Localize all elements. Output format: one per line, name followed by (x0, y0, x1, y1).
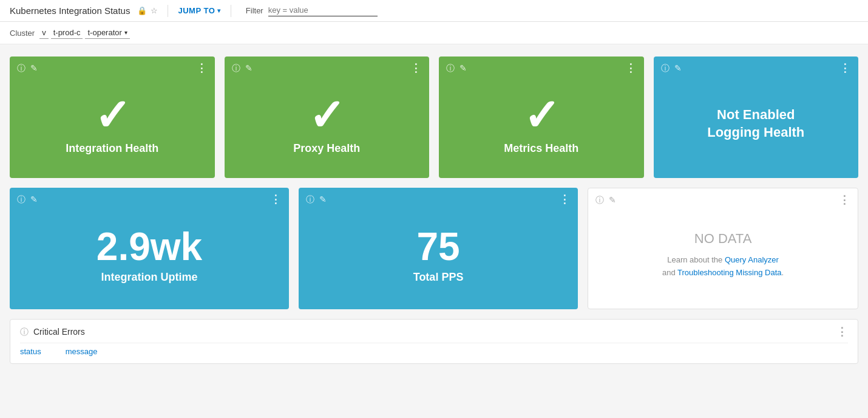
info-icon[interactable]: ⓘ (17, 195, 25, 204)
info-icon[interactable]: ⓘ (232, 64, 240, 72)
card-integration-health: ⓘ ✎ ⋮ ✓ Integration Health (10, 57, 215, 178)
header-divider-2 (231, 5, 231, 17)
more-icon[interactable]: ⋮ (410, 65, 422, 72)
filter-input[interactable] (268, 5, 378, 16)
edit-icon[interactable]: ✎ (674, 64, 682, 72)
pps-value: 75 (416, 227, 459, 266)
cluster-select-3[interactable]: t-operator ▾ (85, 27, 129, 39)
more-icon[interactable]: ⋮ (270, 196, 282, 203)
card-icons-row: ⓘ ✎ ⋮ (661, 64, 852, 72)
cards-row-1: ⓘ ✎ ⋮ ✓ Integration Health ⓘ ✎ ⋮ ✓ Pr (10, 57, 858, 178)
edit-icon[interactable]: ✎ (459, 64, 467, 72)
uptime-value: 2.9wk (97, 227, 202, 266)
more-icon[interactable]: ⋮ (839, 197, 850, 204)
query-analyzer-link[interactable]: Query Analyzer (725, 255, 779, 264)
no-data-text: Learn about the Query Analyzer and Troub… (662, 254, 784, 279)
card-title: Integration Uptime (101, 271, 198, 284)
card-proxy-health: ⓘ ✎ ⋮ ✓ Proxy Health (225, 57, 430, 178)
troubleshooting-link[interactable]: Troubleshooting Missing Data (677, 268, 782, 277)
card-icons-row: ⓘ ✎ ⋮ (306, 195, 571, 204)
card-body: 75 Total PPS (306, 208, 571, 302)
more-icon[interactable]: ⋮ (196, 65, 208, 72)
card-left-icons: ⓘ ✎ (17, 64, 38, 72)
main-content: ⓘ ✎ ⋮ ✓ Integration Health ⓘ ✎ ⋮ ✓ Pr (0, 44, 868, 376)
card-icons-row: ⓘ ✎ ⋮ (17, 64, 208, 72)
card-icons-row: ⓘ ✎ ⋮ (17, 195, 282, 204)
header-divider (168, 5, 168, 17)
card-left-icons: ⓘ ✎ (661, 64, 682, 72)
edit-icon[interactable]: ✎ (30, 64, 38, 72)
title-text: Kubernetes Integration Status (10, 5, 130, 16)
header-icons: 🔒 ☆ (137, 6, 158, 15)
edit-icon[interactable]: ✎ (30, 195, 38, 204)
card-left-icons: ⓘ ✎ (232, 64, 253, 72)
jump-to-label: JUMP TO (178, 6, 215, 15)
info-icon[interactable]: ⓘ (661, 64, 670, 72)
card-body: NO DATA Learn about the Query Analyzer a… (595, 209, 850, 301)
col-status[interactable]: status (20, 347, 41, 356)
critical-errors-info-icon[interactable]: ⓘ (20, 327, 29, 336)
cluster-row: Cluster v t-prod-c t-operator ▾ (0, 22, 868, 44)
bottom-panel: ⓘ Critical Errors ⋮ status message (10, 319, 858, 364)
more-icon[interactable]: ⋮ (625, 65, 637, 72)
bottom-panel-columns: status message (20, 343, 848, 356)
cluster-chevron: ▾ (124, 29, 127, 36)
card-body: 2.9wk Integration Uptime (17, 208, 282, 302)
card-title: Metrics Health (504, 142, 578, 155)
card-title: Proxy Health (293, 142, 360, 155)
card-total-pps: ⓘ ✎ ⋮ 75 Total PPS (299, 188, 578, 309)
checkmark-icon: ✓ (523, 94, 560, 137)
card-no-data: ⓘ ✎ ⋮ NO DATA Learn about the Query Anal… (588, 188, 858, 309)
jump-to-button[interactable]: JUMP TO ▾ (178, 6, 220, 15)
no-data-text-before: Learn about the (667, 255, 725, 264)
edit-icon[interactable]: ✎ (319, 195, 327, 204)
card-body: ✓ Proxy Health (232, 77, 422, 171)
filter-section: Filter (246, 5, 378, 16)
lock-icon[interactable]: 🔒 (137, 6, 147, 15)
cluster-value-3: t-operator (87, 28, 121, 37)
info-icon[interactable]: ⓘ (17, 64, 25, 72)
checkmark-icon: ✓ (94, 94, 131, 137)
card-title: Integration Health (66, 142, 158, 155)
critical-errors-title: Critical Errors (33, 327, 85, 337)
card-body: ✓ Metrics Health (446, 77, 637, 171)
more-icon[interactable]: ⋮ (839, 65, 851, 72)
card-left-icons: ⓘ ✎ (595, 196, 616, 204)
filter-label: Filter (246, 6, 263, 15)
card-metrics-health: ⓘ ✎ ⋮ ✓ Metrics Health (439, 57, 644, 178)
card-icons-row: ⓘ ✎ ⋮ (595, 196, 850, 204)
bottom-panel-title-row: ⓘ Critical Errors (20, 327, 85, 337)
cluster-value-1: v (42, 28, 46, 37)
info-icon[interactable]: ⓘ (595, 196, 604, 204)
card-icons-row: ⓘ ✎ ⋮ (446, 64, 637, 72)
no-data-title: NO DATA (694, 231, 752, 247)
cluster-label: Cluster (10, 29, 35, 38)
no-data-text-after: . (782, 268, 784, 277)
info-icon[interactable]: ⓘ (306, 195, 314, 204)
edit-icon[interactable]: ✎ (245, 64, 253, 72)
edit-icon[interactable]: ✎ (609, 196, 616, 204)
card-body: ✓ Integration Health (17, 77, 208, 171)
more-icon[interactable]: ⋮ (559, 196, 571, 203)
card-body: Not EnabledNot Enabled Logging HealthLog… (661, 77, 852, 171)
header: Kubernetes Integration Status 🔒 ☆ JUMP T… (0, 0, 868, 22)
card-icons-row: ⓘ ✎ ⋮ (232, 64, 422, 72)
cluster-select-2[interactable]: t-prod-c (51, 27, 83, 39)
info-icon[interactable]: ⓘ (446, 64, 455, 72)
cards-row-2: ⓘ ✎ ⋮ 2.9wk Integration Uptime ⓘ ✎ ⋮ 75 (10, 188, 858, 309)
cluster-value-2: t-prod-c (53, 28, 81, 37)
card-left-icons: ⓘ ✎ (446, 64, 467, 72)
page-title: Kubernetes Integration Status (10, 5, 130, 16)
cluster-select-1[interactable]: v (39, 27, 49, 39)
bottom-panel-header: ⓘ Critical Errors ⋮ (20, 327, 848, 337)
jump-to-chevron: ▾ (217, 7, 221, 14)
not-enabled-title: Not EnabledNot Enabled Logging HealthLog… (707, 106, 804, 141)
card-title: Total PPS (413, 271, 464, 284)
critical-errors-more-icon[interactable]: ⋮ (836, 329, 848, 335)
col-message[interactable]: message (66, 347, 98, 356)
no-data-text-mid: and (662, 268, 677, 277)
card-left-icons: ⓘ ✎ (17, 195, 38, 204)
star-icon[interactable]: ☆ (151, 6, 158, 15)
card-logging-health: ⓘ ✎ ⋮ Not EnabledNot Enabled Logging Hea… (654, 57, 859, 178)
checkmark-icon: ✓ (308, 94, 345, 137)
